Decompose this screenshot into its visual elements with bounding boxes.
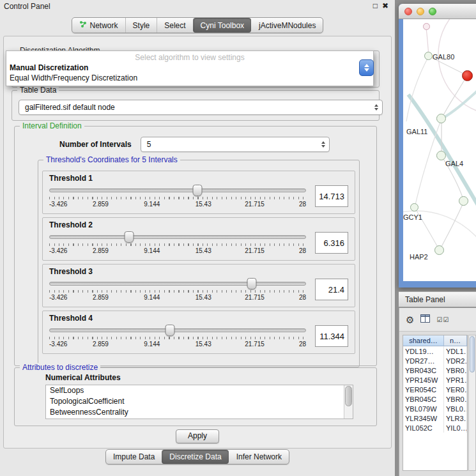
combo-arrows-icon [321, 141, 325, 148]
network-tab-icon [79, 20, 87, 30]
scrollbar-thumb[interactable] [345, 386, 352, 406]
threshold-panel-4: Threshold 4 -3.426 2.859 9.144 15.43 [42, 311, 355, 354]
tab-jactivemnodules[interactable]: jActiveMNodules [251, 18, 323, 33]
table-panel-title: Table Panel [405, 295, 445, 304]
columns-icon[interactable] [420, 314, 430, 325]
zoom-traffic-light-icon[interactable] [429, 8, 436, 15]
slider-track[interactable] [49, 235, 306, 239]
num-intervals-combo[interactable]: 5 [141, 137, 330, 152]
network-node[interactable] [424, 52, 433, 60]
group-label: Interval Definition [20, 121, 84, 130]
table-panel: ⚙ ☑☑ shared… n… YDL19…YDL1… YDR27…YDR2… … [399, 308, 476, 476]
thresholds-group: Threshold's Coordinates for 5 Intervals … [38, 160, 360, 367]
table-data-group: Table Data galFiltered.sif default node [12, 90, 380, 121]
slider-scale: -3.426 2.859 9.144 15.43 21.715 28 [49, 247, 306, 255]
interval-definition-group: Interval Definition Number of Intervals … [14, 126, 377, 366]
attributes-group: Attributes to discretize Numerical Attri… [14, 367, 377, 426]
num-intervals-label: Number of Intervals [59, 140, 132, 149]
slider-thumb[interactable] [247, 278, 257, 289]
float-window-icon[interactable]: □ [373, 1, 378, 10]
table-row[interactable]: YDR27…YDR2… [403, 356, 467, 365]
network-node[interactable] [434, 245, 444, 255]
network-canvas[interactable]: GAL80 GAL11 GAL4 GCY1 HAP2 [403, 19, 476, 281]
list-item[interactable]: SelfLoops [46, 385, 344, 396]
table-row[interactable]: YIL052CYIL0… [403, 423, 467, 433]
group-label: Threshold's Coordinates for 5 Intervals [43, 155, 180, 164]
threshold-4-slider[interactable]: -3.426 2.859 9.144 15.43 21.715 28 [49, 324, 306, 352]
control-panel: Control Panel □ ✖ Network Style Select C… [0, 0, 395, 476]
minimize-traffic-light-icon[interactable] [417, 8, 424, 15]
table-row[interactable]: YDL19…YDL1… [403, 346, 467, 356]
tab-impute-data[interactable]: Impute Data [106, 450, 162, 464]
threshold-2-slider[interactable]: -3.426 2.859 9.144 15.43 21.715 28 [49, 231, 306, 259]
tab-discretize-data[interactable]: Discretize Data [162, 450, 228, 464]
control-panel-titlebar: Control Panel □ ✖ [0, 0, 395, 13]
table-row[interactable]: YBR043CYBR0… [403, 365, 467, 375]
tab-select[interactable]: Select [157, 18, 192, 33]
combo-value: 5 [147, 140, 151, 149]
table-toolbar: ⚙ ☑☑ [399, 308, 476, 332]
slider-scale: -3.426 2.859 9.144 15.43 21.715 28 [49, 201, 306, 208]
checkbox-filter-icons[interactable]: ☑☑ [436, 316, 449, 323]
network-node[interactable] [410, 203, 418, 211]
stepper-down-icon [364, 68, 369, 72]
close-icon[interactable]: ✖ [382, 1, 388, 10]
popup-item-manual-discretization[interactable]: Manual Discretization [6, 63, 373, 73]
gear-icon[interactable]: ⚙ [406, 315, 414, 325]
slider-thumb[interactable] [124, 231, 134, 243]
apply-button[interactable]: Apply [176, 429, 219, 443]
algorithm-combo-stepper[interactable] [359, 59, 374, 76]
group-label: Table Data [17, 86, 59, 95]
table-row[interactable]: YLR345WYLR3… [403, 413, 467, 423]
slider-track[interactable] [49, 328, 306, 332]
slider-track[interactable] [49, 282, 306, 286]
node-label: GAL80 [433, 53, 454, 61]
network-node-selected[interactable] [462, 70, 473, 81]
tab-cyni-toolbox[interactable]: Cyni Toolbox [193, 18, 251, 33]
column-header-name[interactable]: n… [444, 335, 467, 346]
node-label: GAL11 [406, 128, 427, 135]
table-row[interactable]: YBR045CYBR0… [403, 394, 467, 404]
threshold-panel-2: Threshold 2 -3.426 2.859 9.144 15.43 [42, 217, 355, 261]
scrollbar-thumb[interactable] [470, 336, 475, 372]
tab-infer-network[interactable]: Infer Network [229, 450, 289, 464]
algorithm-dropdown-popup: Select algorithm to view settings Manual… [6, 50, 374, 86]
network-node[interactable] [423, 23, 430, 30]
slider-ticks [49, 197, 306, 199]
tab-style[interactable]: Style [125, 18, 157, 33]
node-table: shared… n… YDL19…YDL1… YDR27…YDR2… YBR04… [403, 335, 468, 471]
numerical-attributes-label: Numerical Attributes [45, 373, 121, 382]
threshold-panel-3: Threshold 3 -3.426 2.859 9.144 15.43 [42, 264, 355, 307]
combo-arrows-icon [374, 104, 378, 111]
threshold-2-value[interactable]: 6.316 [315, 232, 348, 254]
network-node[interactable] [459, 196, 468, 206]
popup-item-equal-width[interactable]: Equal Width/Frequency Discretization [6, 73, 373, 83]
attributes-scrollbar[interactable] [344, 385, 353, 418]
threshold-label: Threshold 4 [49, 314, 348, 323]
column-header-shared-name[interactable]: shared… [403, 335, 444, 346]
table-data-combo[interactable]: galFiltered.sif default node [19, 100, 383, 115]
node-label: GAL4 [445, 160, 463, 167]
slider-track[interactable] [49, 188, 306, 192]
threshold-1-slider[interactable]: -3.426 2.859 9.144 15.43 21.715 28 [49, 184, 306, 212]
threshold-label: Threshold 1 [49, 174, 348, 183]
network-window-titlebar[interactable] [399, 4, 476, 19]
network-node[interactable] [436, 114, 446, 123]
close-traffic-light-icon[interactable] [404, 8, 412, 15]
table-row[interactable]: YER054CYER0… [403, 385, 467, 394]
network-node[interactable] [436, 151, 446, 160]
list-item[interactable]: TopologicalCoefficient [46, 396, 344, 407]
threshold-3-slider[interactable]: -3.426 2.859 9.144 15.43 21.715 28 [49, 277, 306, 305]
list-item[interactable]: BetweennessCentrality [46, 407, 344, 418]
threshold-1-value[interactable]: 14.713 [315, 185, 348, 207]
tab-network[interactable]: Network [72, 18, 125, 33]
slider-thumb[interactable] [192, 185, 202, 196]
threshold-4-value[interactable]: 11.344 [315, 325, 348, 347]
slider-thumb[interactable] [165, 325, 174, 336]
table-row[interactable]: YBL079WYBL0… [403, 404, 467, 413]
threshold-3-value[interactable]: 21.4 [315, 279, 348, 300]
table-scrollbar[interactable] [468, 335, 476, 471]
slider-scale: -3.426 2.859 9.144 15.43 21.715 28 [49, 294, 306, 302]
table-row[interactable]: YPR145WYPR1… [403, 375, 467, 385]
slider-ticks [49, 243, 306, 246]
